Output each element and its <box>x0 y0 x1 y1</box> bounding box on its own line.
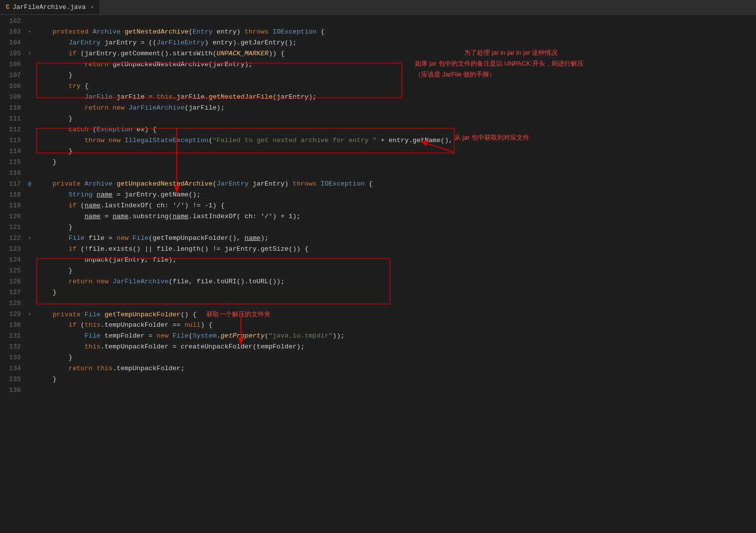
code-line: return getUnpackedNestedArchive(jarEntry… <box>35 59 756 70</box>
line-number: 136 <box>0 385 21 396</box>
code-line <box>35 298 756 309</box>
gutter-icon <box>25 168 35 179</box>
code-line: } <box>35 374 756 385</box>
code-line: unpack(jarEntry, file); <box>35 255 756 266</box>
code-line: } <box>35 157 756 168</box>
line-number: 117 <box>0 179 21 190</box>
code-line: name = name.substring(name.lastIndexOf( … <box>35 211 756 222</box>
code-line: } <box>35 146 756 157</box>
code-line: File tempFolder = new File(System.getPro… <box>35 331 756 342</box>
line-number: 111 <box>0 114 21 124</box>
code-line: } <box>35 287 756 298</box>
gutter-icon <box>25 320 35 331</box>
gutter-icon: ▾ <box>25 27 35 38</box>
gutter-icon <box>25 266 35 276</box>
line-number: 131 <box>0 331 21 342</box>
line-number: 116 <box>0 168 21 179</box>
code-line: if (this.tempUnpackFolder == null) { <box>35 320 756 331</box>
line-number: 130 <box>0 320 21 331</box>
gutter-icon: @ <box>25 179 35 190</box>
code-area[interactable]: protected Archive getNestedArchive(Entry… <box>35 15 756 533</box>
code-line: this.tempUnpackFolder = createUnpackFold… <box>35 342 756 352</box>
tab-close-icon[interactable]: × <box>90 4 94 10</box>
code-line <box>35 168 756 179</box>
gutter-icon <box>25 287 35 298</box>
code-line: private File getTempUnpackFolder() { 获取一… <box>35 309 756 320</box>
tab-jarfilearchive[interactable]: C JarFileArchive.java × <box>0 0 100 14</box>
code-line: if (jarEntry.getComment().startsWith(UNP… <box>35 48 756 59</box>
gutter-icon <box>25 146 35 157</box>
line-number: 128 <box>0 298 21 309</box>
gutter-icon <box>25 244 35 255</box>
gutter-icon <box>25 363 35 374</box>
line-number: 115 <box>0 157 21 168</box>
line-number: 132 <box>0 342 21 352</box>
code-line: private Archive getUnpackedNestedArchive… <box>35 179 756 190</box>
gutter-icon <box>25 276 35 287</box>
line-number: 120 <box>0 211 21 222</box>
code-line <box>35 385 756 396</box>
gutter-icon <box>25 385 35 396</box>
gutter-icon <box>25 124 35 135</box>
code-line: catch (Exception ex) { <box>35 124 756 135</box>
gutter: ▾▾@▾▾ <box>25 15 35 533</box>
line-numbers: 1021031041051061071081091101111121131141… <box>0 15 25 533</box>
line-number: 126 <box>0 276 21 287</box>
code-line: protected Archive getNestedArchive(Entry… <box>35 27 756 38</box>
line-number: 107 <box>0 70 21 81</box>
code-line: } <box>35 352 756 363</box>
line-number: 121 <box>0 222 21 233</box>
gutter-icon <box>25 374 35 385</box>
line-number: 123 <box>0 244 21 255</box>
gutter-icon <box>25 103 35 114</box>
line-number: 102 <box>0 16 21 27</box>
code-line: } <box>35 266 756 276</box>
gutter-icon: ▾ <box>25 233 35 244</box>
line-number: 118 <box>0 190 21 200</box>
gutter-icon <box>25 200 35 211</box>
code-line: return new JarFileArchive(jarFile); <box>35 103 756 114</box>
line-number: 125 <box>0 266 21 276</box>
line-number: 122 <box>0 233 21 244</box>
gutter-icon: ▾ <box>25 48 35 59</box>
line-number: 108 <box>0 81 21 92</box>
code-line: } <box>35 222 756 233</box>
line-number: 103 <box>0 27 21 38</box>
line-number: 129 <box>0 309 21 320</box>
gutter-icon <box>25 331 35 342</box>
line-number: 109 <box>0 92 21 103</box>
code-line: try { <box>35 81 756 92</box>
line-number: 110 <box>0 103 21 114</box>
line-number: 124 <box>0 255 21 266</box>
gutter-icon <box>25 211 35 222</box>
tab-label: JarFileArchive.java <box>12 3 85 11</box>
code-line: return this.tempUnpackFolder; <box>35 363 756 374</box>
code-line: throw new IllegalStateException("Failed … <box>35 135 756 146</box>
code-line: if (!file.exists() || file.length() != j… <box>35 244 756 255</box>
gutter-icon <box>25 59 35 70</box>
gutter-icon <box>25 157 35 168</box>
gutter-icon <box>25 255 35 266</box>
code-line: JarEntry jarEntry = ((JarFileEntry) entr… <box>35 38 756 48</box>
code-line: JarFile jarFile = this.jarFile.getNested… <box>35 92 756 103</box>
gutter-icon: ▾ <box>25 309 35 320</box>
line-number: 104 <box>0 38 21 48</box>
code-line: if (name.lastIndexOf( ch: '/') != -1) { <box>35 200 756 211</box>
gutter-icon <box>25 190 35 200</box>
line-number: 113 <box>0 135 21 146</box>
code-line <box>35 16 756 27</box>
gutter-icon <box>25 352 35 363</box>
gutter-icon <box>25 135 35 146</box>
editor: 1021031041051061071081091101111121131141… <box>0 15 756 533</box>
gutter-icon <box>25 38 35 48</box>
line-number: 106 <box>0 59 21 70</box>
gutter-icon <box>25 70 35 81</box>
gutter-icon <box>25 342 35 352</box>
code-line: String name = jarEntry.getName(); <box>35 190 756 200</box>
line-number: 134 <box>0 363 21 374</box>
gutter-icon <box>25 298 35 309</box>
line-number: 105 <box>0 48 21 59</box>
gutter-icon <box>25 114 35 124</box>
line-number: 127 <box>0 287 21 298</box>
line-number: 133 <box>0 352 21 363</box>
